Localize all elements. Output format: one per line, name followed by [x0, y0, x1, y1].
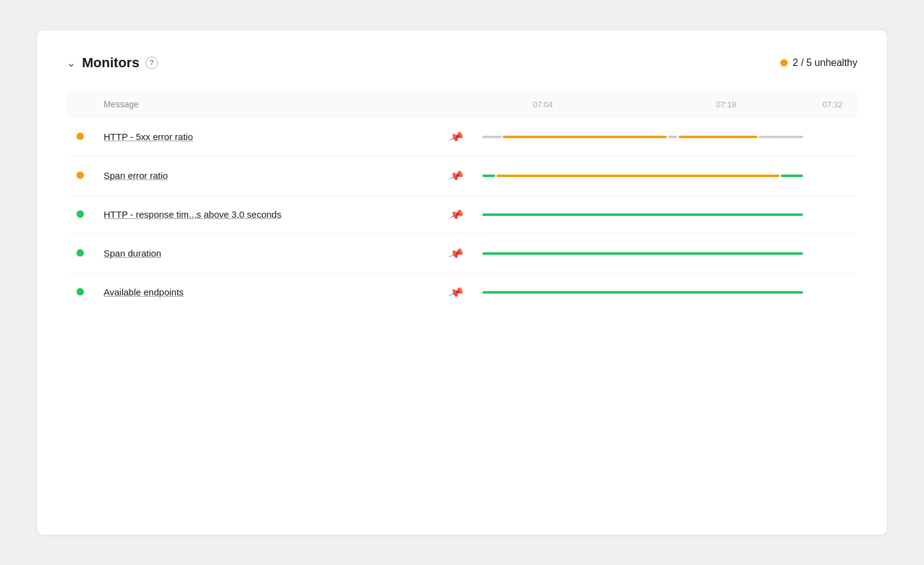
- col-pin: [439, 91, 472, 118]
- pin-cell: 📌: [439, 234, 472, 273]
- table-row: Span error ratio 📌: [67, 157, 857, 196]
- unhealthy-label: 2 / 5 unhealthy: [793, 57, 857, 68]
- status-cell: [67, 118, 94, 157]
- message-cell: HTTP - response tim...s above 3.0 second…: [94, 196, 439, 234]
- timeline-cell-http5xx: [472, 118, 857, 157]
- col-time1: 07:04: [472, 91, 676, 118]
- pin-icon[interactable]: 📌: [447, 167, 464, 184]
- collapse-chevron-icon[interactable]: ⌄: [67, 56, 76, 70]
- timeline-cell-span-duration: [472, 234, 857, 273]
- table-row: Available endpoints 📌: [67, 273, 857, 312]
- monitors-header: ⌄ Monitors ? 2 / 5 unhealthy: [67, 55, 857, 71]
- status-cell: [67, 196, 94, 234]
- timeline-bar-span-error: [482, 174, 803, 178]
- monitor-link-available-endpoints[interactable]: Available endpoints: [104, 287, 184, 297]
- monitor-link-http-response[interactable]: HTTP - response tim...s above 3.0 second…: [104, 209, 281, 220]
- pin-cell: 📌: [439, 196, 472, 234]
- monitors-title-group: ⌄ Monitors ?: [67, 55, 158, 71]
- monitors-title: Monitors: [82, 55, 139, 71]
- monitor-link-http5xx[interactable]: HTTP - 5xx error ratio: [104, 131, 193, 142]
- timeline-bar-http5xx: [482, 135, 803, 139]
- pin-cell: 📌: [439, 273, 472, 312]
- pin-icon[interactable]: 📌: [447, 284, 464, 301]
- timeline-bar-available-endpoints: [482, 291, 803, 294]
- pin-cell: 📌: [439, 157, 472, 196]
- status-dot-green: [76, 288, 84, 295]
- timeline-bar-http-response: [482, 213, 803, 217]
- col-message: Message: [94, 91, 439, 118]
- help-icon[interactable]: ?: [146, 57, 158, 69]
- status-cell: [67, 234, 94, 273]
- pin-icon[interactable]: 📌: [447, 245, 464, 262]
- table-row: HTTP - response tim...s above 3.0 second…: [67, 196, 857, 234]
- table-row: Span duration 📌: [67, 234, 857, 273]
- status-dot-green: [76, 210, 84, 218]
- status-dot-green: [76, 249, 84, 257]
- monitors-table: Message 07:04 07:18 07:32 HTTP - 5xx err…: [67, 91, 857, 311]
- monitor-link-span-duration[interactable]: Span duration: [104, 248, 161, 258]
- timeline-cell-available-endpoints: [472, 273, 857, 312]
- monitors-card: ⌄ Monitors ? 2 / 5 unhealthy Message 07:…: [36, 30, 888, 535]
- pin-icon[interactable]: 📌: [447, 128, 464, 146]
- status-dot-orange: [76, 133, 84, 140]
- table-header-row: Message 07:04 07:18 07:32: [67, 91, 857, 118]
- table-row: HTTP - 5xx error ratio 📌: [67, 118, 857, 157]
- col-status: [67, 91, 94, 118]
- monitor-link-span-error[interactable]: Span error ratio: [104, 170, 168, 181]
- message-cell: Span duration: [94, 234, 439, 273]
- pin-icon[interactable]: 📌: [447, 206, 464, 223]
- status-dot-orange: [76, 171, 84, 179]
- status-cell: [67, 157, 94, 196]
- timeline-bar-span-duration: [482, 252, 803, 255]
- pin-cell: 📌: [439, 118, 472, 157]
- message-cell: Available endpoints: [94, 273, 439, 312]
- unhealthy-dot: [780, 59, 788, 67]
- message-cell: Span error ratio: [94, 157, 439, 196]
- col-time2: 07:18: [676, 91, 798, 118]
- message-cell: HTTP - 5xx error ratio: [94, 118, 439, 157]
- col-time3: 07:32: [798, 91, 857, 118]
- unhealthy-badge: 2 / 5 unhealthy: [780, 57, 857, 68]
- timeline-cell-span-error: [472, 157, 857, 196]
- status-cell: [67, 273, 94, 312]
- timeline-cell-http-response: [472, 196, 857, 234]
